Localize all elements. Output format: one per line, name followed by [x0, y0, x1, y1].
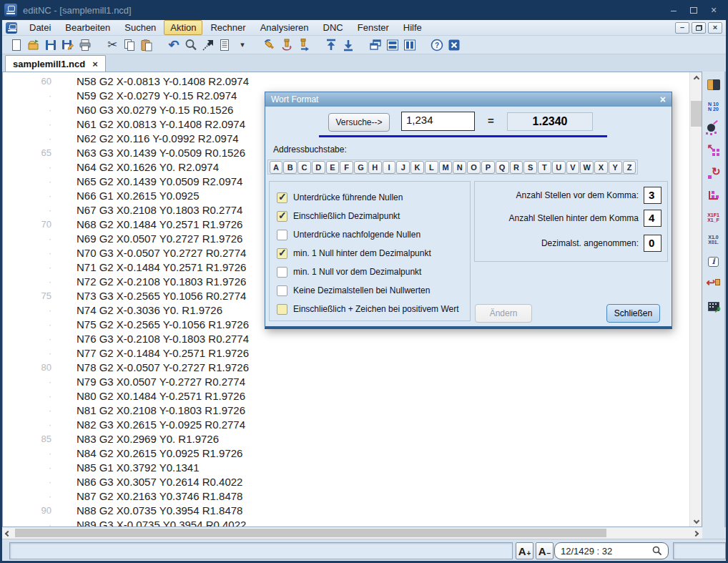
change-button[interactable]: Ändern	[475, 304, 532, 323]
find-icon[interactable]	[182, 37, 200, 53]
field-value-input[interactable]: 3	[644, 187, 661, 204]
menu-item-dnc[interactable]: DNC	[317, 20, 350, 35]
sample-value-input[interactable]: 1,234	[401, 112, 475, 131]
code-line[interactable]: ·N85 G1 X0.3792 Y0.1341	[3, 461, 689, 475]
checkbox[interactable]	[277, 304, 287, 315]
cut-icon[interactable]: ✂	[104, 37, 121, 53]
dropdown-caret-icon[interactable]: ▾	[234, 37, 251, 53]
checkbox-row[interactable]: min. 1 Null vor dem Dezimalpunkt	[277, 263, 470, 281]
letter-button-g[interactable]: G	[354, 161, 368, 174]
field-value-input[interactable]: 4	[644, 210, 661, 227]
try-button[interactable]: Versuche-->	[328, 113, 390, 132]
letter-button-s[interactable]: S	[523, 161, 537, 174]
checkbox[interactable]	[277, 230, 287, 240]
tool-library-icon[interactable]	[707, 77, 720, 92]
letter-button-y[interactable]: Y	[609, 161, 622, 174]
letter-button-o[interactable]: O	[467, 161, 481, 174]
new-file-icon[interactable]	[8, 37, 25, 53]
code-line[interactable]: 85N83 G2 X0.2969 Y0. R1.9726	[3, 432, 689, 446]
letter-button-t[interactable]: T	[538, 161, 551, 174]
letter-button-x[interactable]: X	[594, 161, 608, 174]
checkbox-row[interactable]: Einschließlich + Zeichen bei positivem W…	[277, 300, 470, 318]
letter-button-i[interactable]: I	[383, 161, 396, 174]
paste-icon[interactable]	[138, 37, 155, 53]
dialog-title-bar[interactable]: Wort Format ×	[265, 92, 672, 107]
split-vertical-icon[interactable]	[401, 37, 418, 53]
mdi-close-button[interactable]: ×	[708, 22, 722, 34]
renumber-icon[interactable]: N 10N 20	[708, 99, 719, 114]
letter-button-r[interactable]: R	[510, 161, 523, 174]
letter-button-p[interactable]: P	[481, 161, 495, 174]
letter-button-f[interactable]: F	[340, 161, 353, 174]
field-value-input[interactable]: 0	[644, 235, 661, 252]
code-line[interactable]: ·N87 G2 X0.2163 Y0.3746 R1.8478	[3, 489, 689, 504]
save-edit-icon[interactable]	[59, 37, 77, 53]
view-list-icon[interactable]	[217, 37, 234, 53]
code-line[interactable]: ·N84 G2 X0.2615 Y0.0925 R1.9726	[3, 446, 689, 461]
checkbox[interactable]	[277, 192, 287, 203]
menu-item-suchen[interactable]: Suchen	[118, 20, 162, 35]
scroll-left-icon[interactable]	[5, 531, 10, 536]
letter-button-q[interactable]: Q	[496, 161, 509, 174]
menu-item-aktion[interactable]: Aktion	[164, 20, 202, 35]
checkbox-row[interactable]: Unterdrücke nachfolgende Nullen	[277, 225, 470, 244]
close-dialog-button[interactable]: Schließen	[606, 304, 660, 323]
code-line[interactable]: ·N82 G3 X0.2615 Y-0.0925 R0.2774	[3, 418, 689, 432]
tool-right-icon[interactable]	[295, 37, 313, 53]
code-line[interactable]: ·N79 G3 X0.0507 Y-0.2727 R0.2774	[3, 375, 689, 389]
help-icon[interactable]: ?	[428, 37, 446, 53]
mdi-minimize-button[interactable]: –	[675, 22, 689, 34]
horizontal-scrollbar[interactable]	[2, 527, 702, 539]
checkbox-row[interactable]: Einschließlich Dezimalpunkt	[277, 207, 470, 225]
letter-button-v[interactable]: V	[566, 161, 580, 174]
code-line[interactable]: 80N78 G2 X-0.0507 Y-0.2727 R1.9726	[3, 361, 689, 375]
menu-item-analysieren[interactable]: Analysieren	[254, 20, 315, 35]
mdi-restore-button[interactable]	[692, 22, 706, 34]
checkbox-row[interactable]: Keine Dezimalstellen bei Nullwerten	[277, 281, 470, 300]
letter-button-z[interactable]: Z	[623, 161, 636, 174]
menu-item-hilfe[interactable]: Hilfe	[397, 20, 428, 35]
code-line[interactable]: ·N89 G3 X-0.0735 Y0.3954 R0.4022	[3, 518, 689, 527]
code-line[interactable]: ·N77 G2 X-0.1484 Y-0.2571 R1.9726	[3, 346, 689, 361]
letter-button-a[interactable]: A	[270, 161, 283, 174]
menu-item-fenster[interactable]: Fenster	[351, 20, 395, 35]
undo-icon[interactable]: ↶	[165, 37, 182, 53]
code-line[interactable]: 60N58 G2 X-0.0813 Y-0.1408 R2.0974	[3, 74, 689, 89]
code-line[interactable]: 90N88 G2 X0.0735 Y0.3954 R1.8478	[3, 504, 689, 518]
maximize-button[interactable]	[684, 2, 704, 18]
menu-item-datei[interactable]: Datei	[23, 20, 57, 35]
scroll-bottom-icon[interactable]	[340, 37, 357, 53]
code-line[interactable]: ·N86 G3 X0.3057 Y0.2614 R0.4022	[3, 475, 689, 489]
letter-button-j[interactable]: J	[396, 161, 410, 174]
scroll-top-icon[interactable]	[323, 37, 340, 53]
macro-run-icon[interactable]	[707, 122, 719, 136]
block-rotate-icon[interactable]	[708, 166, 719, 180]
letter-button-h[interactable]: H	[368, 161, 382, 174]
checkbox-row[interactable]: min. 1 Null hinter dem Dezimalpunkt	[277, 244, 470, 263]
font-larger-button[interactable]: A+	[516, 542, 533, 559]
code-line[interactable]: ·N81 G2 X0.2108 Y-0.1803 R1.9726	[3, 403, 689, 418]
copy-icon[interactable]	[121, 37, 138, 53]
open-folder-icon[interactable]	[25, 37, 42, 53]
menu-item-bearbeiten[interactable]: Bearbeiten	[59, 20, 117, 35]
save-icon[interactable]	[42, 37, 59, 53]
tool-rotate-icon[interactable]	[278, 37, 295, 53]
vertical-scrollbar[interactable]	[689, 72, 702, 527]
print-icon[interactable]	[77, 37, 94, 53]
menu-item-rechner[interactable]: Rechner	[204, 20, 252, 35]
block-structure-icon[interactable]	[709, 188, 718, 202]
letter-button-e[interactable]: E	[326, 161, 340, 174]
cascade-windows-icon[interactable]	[367, 37, 384, 53]
letter-button-d[interactable]: D	[312, 161, 325, 174]
checkbox[interactable]	[277, 267, 287, 278]
code-line[interactable]: ·N80 G2 X0.1484 Y-0.2571 R1.9726	[3, 389, 689, 403]
letter-button-u[interactable]: U	[552, 161, 566, 174]
letter-button-n[interactable]: N	[453, 161, 466, 174]
checkbox-row[interactable]: Unterdrücke führende Nullen	[277, 188, 470, 207]
machine-export-icon[interactable]	[708, 299, 719, 313]
letter-button-l[interactable]: L	[425, 161, 438, 174]
code-line[interactable]: ·N76 G3 X-0.2108 Y-0.1803 R0.2774	[3, 332, 689, 346]
line-position-search[interactable]: 12/1429 : 32	[554, 542, 669, 559]
vertical-scroll-thumb[interactable]	[691, 101, 702, 127]
decimal-format-icon[interactable]: X1.0X01.	[708, 232, 718, 247]
